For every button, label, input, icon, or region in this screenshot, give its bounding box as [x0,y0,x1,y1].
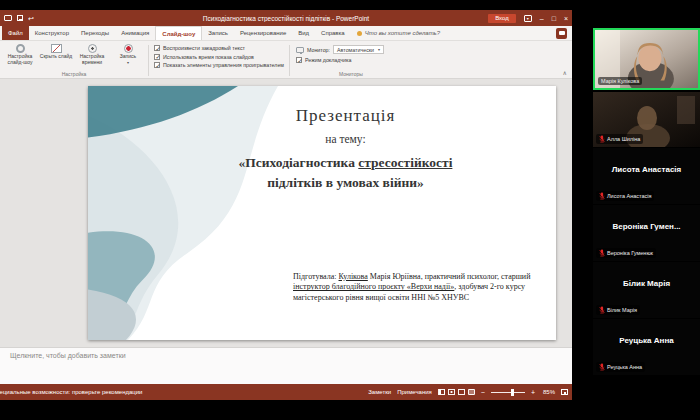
checkbox-play-narrations[interactable]: Воспроизвести закадровый текст [154,45,284,51]
accessibility-status[interactable]: Специальные возможности: проверьте реком… [0,389,142,395]
group-separator [289,45,290,76]
normal-view-icon[interactable] [438,389,445,395]
participant-video-tile[interactable]: Марія Кулікова [593,28,700,90]
monitor-icon [296,47,304,53]
monitors-group: Монитор: Автоматически ▾ Режим докладчик… [292,43,410,78]
playback-options: Воспроизвести закадровый текст Использов… [151,43,287,78]
comments-toggle-button[interactable]: Примечания [397,389,432,395]
participant-label-text: Алла Шиліна [607,136,640,142]
close-button[interactable]: × [564,15,568,22]
tab-design[interactable]: Конструктор [29,26,75,40]
notes-pane[interactable]: Щелкните, чтобы добавить заметки [0,347,572,384]
mic-muted-icon [599,249,605,257]
participants-panel: Марія Кулікова Алла Шиліна [593,0,700,420]
button-label: Скрыть слайд [40,54,72,60]
button-label: Настройка времени [74,54,110,66]
tab-review[interactable]: Рецензирование [234,26,292,40]
slide-subtitle: на тему: [143,133,548,145]
chevron-down-icon: ▾ [127,60,129,65]
slide-editor-area: Презентація на тему: «Психодіагностика с… [0,79,572,347]
checkbox-checked-icon [296,57,302,63]
slide-title: Презентація [143,106,548,126]
powerpoint-window: ↩ Психодіагностика стресостійкості підлі… [0,10,572,400]
checkbox-checked-icon [154,45,160,51]
tab-file[interactable]: Файл [2,26,29,40]
checkbox-label: Показать элементы управления проигрывате… [163,62,284,68]
save-icon[interactable] [17,15,23,21]
group-label-monitors: Мониторы [292,71,410,77]
tab-slideshow[interactable]: Слайд-шоу [155,26,202,40]
tell-me-icon [357,31,362,36]
slide-credits-block[interactable]: Підготувала: Кулікова Марія Юріївна, пра… [293,272,545,303]
undo-icon[interactable]: ↩ [28,15,34,22]
mic-muted-icon [599,306,605,314]
slide-sorter-view-icon[interactable] [448,389,455,395]
reading-view-icon[interactable] [458,389,465,395]
zoom-slider[interactable] [491,389,525,396]
checkbox-use-timings[interactable]: Использовать время показа слайдов [154,54,284,60]
checkbox-show-media-controls[interactable]: Показать элементы управления проигрывате… [154,62,284,68]
tab-animations[interactable]: Анимация [115,26,155,40]
record-icon [124,44,133,53]
record-slideshow-button[interactable]: Запись ▾ [110,43,146,70]
quick-access-toolbar: ↩ [4,15,34,22]
checkbox-presenter-view[interactable]: Режим докладчика [296,57,406,63]
participant-label: Вероніка Гуменюк [596,248,656,258]
participant-tile[interactable]: Лисота Анастасія Лисота Анастасія [593,148,700,204]
tab-record[interactable]: Запись [202,26,234,40]
tab-view[interactable]: Вид [292,26,315,40]
comments-icon[interactable] [556,28,567,39]
monitor-value: Автоматически [337,47,374,53]
zoom-percent[interactable]: 85% [541,389,555,395]
checkbox-checked-icon [154,54,160,60]
participant-tile[interactable]: Вероніка Гумен... Вероніка Гуменюк [593,205,700,261]
group-separator [148,45,149,76]
slideshow-icon[interactable] [4,15,12,21]
notes-placeholder: Щелкните, чтобы добавить заметки [10,352,126,359]
tab-transitions[interactable]: Переходы [75,26,115,40]
view-switcher [438,389,475,395]
participant-display-name: Лисота Анастасія [596,165,697,174]
checkbox-label: Режим докладчика [305,57,351,63]
mic-muted-icon [599,192,605,200]
minimize-button[interactable]: – [540,15,544,22]
title-bar[interactable]: ↩ Психодіагностика стресостійкості підлі… [0,10,572,26]
mic-muted-icon [599,135,605,143]
participant-video-tile[interactable]: Алла Шиліна [593,92,700,147]
sign-in-button[interactable]: Вход [488,14,516,23]
fit-slide-icon[interactable] [561,389,568,395]
participant-label: Білик Марія [596,305,640,315]
zoom-in-button[interactable]: + [531,389,535,396]
checkbox-label: Использовать время показа слайдов [163,54,254,60]
screen: ↩ Психодіагностика стресостійкості підлі… [0,0,700,420]
ribbon-display-options-icon[interactable]: ▾ [524,15,532,22]
participant-label-text: Білик Марія [607,307,637,313]
slide-title-block[interactable]: Презентація на тему: «Психодіагностика с… [143,106,548,194]
maximize-button[interactable]: □ [552,15,556,22]
zoom-out-button[interactable]: − [481,389,485,396]
setup-slideshow-button[interactable]: Настройка слайд-шоу [2,43,38,70]
slide-canvas[interactable]: Презентація на тему: «Психодіагностика с… [88,86,556,340]
participant-label: Марія Кулікова [598,77,642,85]
hide-slide-button[interactable]: Скрыть слайд [38,43,74,70]
status-bar: Специальные возможности: проверьте реком… [0,384,572,400]
participant-label: Алла Шиліна [596,134,643,144]
chevron-down-icon: ▾ [378,47,380,52]
button-label: Настройка слайд-шоу [2,54,38,66]
participant-tile[interactable]: Білик Марія Білик Марія [593,262,700,318]
setup-group: Настройка слайд-шоу Скрыть слайд Настрой… [2,43,146,78]
participant-tile[interactable]: Реуцька Анна Реуцька Анна [593,319,700,375]
monitor-label: Монитор: [307,47,330,53]
monitor-select[interactable]: Автоматически ▾ [333,45,384,54]
rehearse-timings-button[interactable]: Настройка времени [74,43,110,70]
participant-label-text: Лисота Анастасія [607,193,651,199]
window-title: Психодіагностика стресостійкості підлітк… [0,15,572,22]
tab-help[interactable]: Справка [315,26,351,40]
collapse-ribbon-icon[interactable]: ∧ [563,70,567,76]
slide-topic-line2: підлітків в умовах війни» [143,173,548,193]
notes-toggle-button[interactable]: Заметки [368,389,391,395]
tell-me-search[interactable]: Что вы хотите сделать? [351,26,446,40]
slideshow-view-icon[interactable] [468,389,475,395]
zoom-slider-thumb[interactable] [511,389,514,396]
accessibility-text: Специальные возможности: проверьте реком… [0,389,142,395]
